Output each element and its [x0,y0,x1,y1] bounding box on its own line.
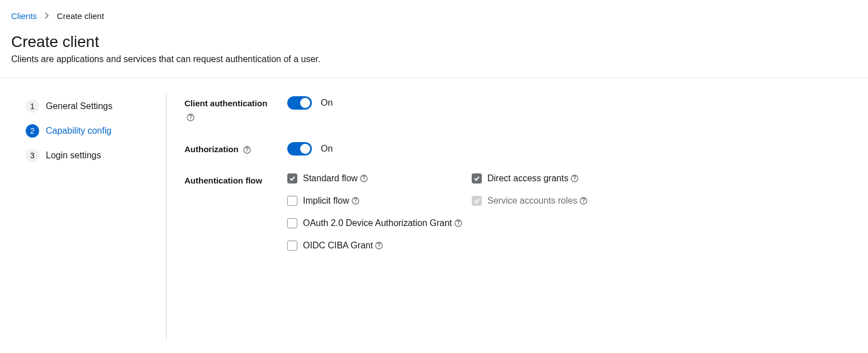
checkbox-oauth-device-grant[interactable]: OAuth 2.0 Device Authorization Grant ? [287,218,656,228]
step-number: 1 [26,100,39,113]
page-title: Create client [11,33,857,51]
checkbox-input[interactable] [287,196,297,206]
checkbox-label: OAuth 2.0 Device Authorization Grant ? [303,218,462,228]
switch-state: On [321,98,333,108]
wizard-step-capability-config[interactable]: 2 Capability config [26,119,150,143]
checkbox-label: Direct access grants ? [487,173,578,183]
help-icon[interactable]: ? [375,242,383,250]
checkbox-input [472,196,482,206]
step-label: Login settings [46,150,101,161]
wizard-nav: 1 General Settings 2 Capability config 3… [11,94,167,340]
form-area: Client authentication ? On Authorization… [167,94,857,340]
label-client-authentication: Client authentication ? [184,96,287,124]
help-icon[interactable]: ? [571,175,578,182]
checkbox-label: OIDC CIBA Grant ? [303,241,383,251]
breadcrumb: Clients Create client [11,11,857,21]
help-icon[interactable]: ? [454,219,462,227]
checkbox-direct-access-grants[interactable]: Direct access grants ? [472,173,656,183]
wizard-step-general-settings[interactable]: 1 General Settings [26,94,150,119]
checkbox-label: Service accounts roles ? [487,196,587,206]
wizard-step-login-settings[interactable]: 3 Login settings [26,143,150,168]
label-authentication-flow: Authentication flow [184,173,287,186]
checkbox-input[interactable] [287,241,297,251]
svg-text:?: ? [245,147,249,153]
svg-text:?: ? [189,114,192,120]
step-label: Capability config [46,126,111,136]
checkbox-input[interactable] [287,218,297,228]
checkbox-label: Standard flow ? [303,173,368,183]
help-icon[interactable]: ? [187,112,195,124]
checkbox-standard-flow[interactable]: Standard flow ? [287,173,472,183]
switch-authorization[interactable] [287,142,312,156]
checkbox-input[interactable] [472,173,482,183]
breadcrumb-current: Create client [57,11,104,21]
step-number: 3 [26,149,39,162]
checkbox-oidc-ciba-grant[interactable]: OIDC CIBA Grant ? [287,241,656,251]
svg-text:?: ? [457,220,460,226]
svg-text:?: ? [362,175,366,181]
help-icon[interactable]: ? [580,197,587,205]
svg-text:?: ? [582,197,585,204]
switch-client-authentication[interactable] [287,96,312,110]
chevron-right-icon [45,11,49,21]
svg-text:?: ? [354,197,357,204]
help-icon[interactable]: ? [352,197,359,205]
checkbox-label: Implicit flow ? [303,196,359,206]
page-description: Clients are applications and services th… [11,54,857,64]
label-authorization: Authorization ? [184,142,287,155]
checkbox-input[interactable] [287,173,297,183]
svg-text:?: ? [573,175,576,181]
svg-text:?: ? [377,242,381,248]
breadcrumb-link-clients[interactable]: Clients [11,11,37,21]
help-icon[interactable]: ? [243,146,251,154]
step-number: 2 [26,124,39,138]
help-icon[interactable]: ? [360,175,368,182]
checkbox-implicit-flow[interactable]: Implicit flow ? [287,196,472,206]
step-label: General Settings [46,101,112,111]
switch-state: On [321,144,333,154]
checkbox-service-accounts-roles: Service accounts roles ? [472,196,656,206]
